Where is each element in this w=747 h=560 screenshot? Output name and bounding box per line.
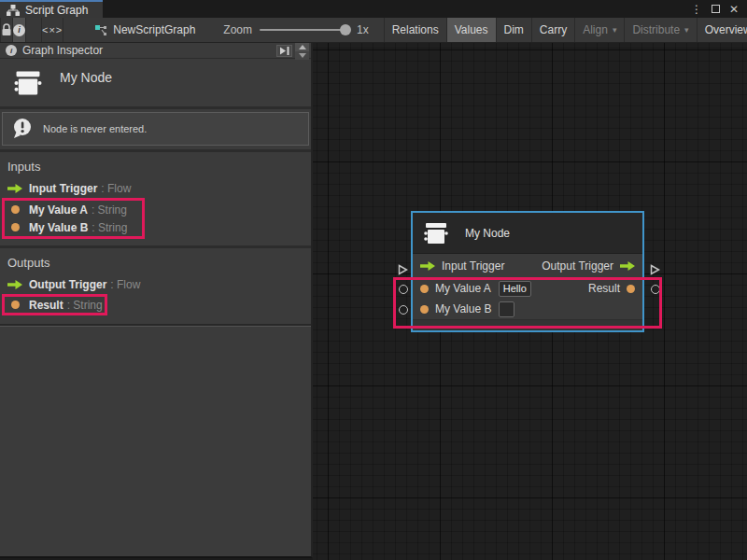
input-trigger-port[interactable]: Input Trigger xyxy=(420,259,504,273)
external-output-flow-port[interactable] xyxy=(649,264,660,275)
zoom-slider[interactable] xyxy=(260,29,349,31)
highlight-box-value-inputs: My Value A : String My Value B : String xyxy=(2,198,145,239)
dock-panel-button[interactable] xyxy=(276,45,292,57)
flow-port-icon xyxy=(620,261,635,271)
port-row-my-value-b[interactable]: My Value B : String xyxy=(5,218,142,236)
toolbar-button-align[interactable]: Align▾ xyxy=(574,18,624,42)
flow-port-icon xyxy=(420,261,435,271)
window-controls: ⋮ ✕ xyxy=(689,0,747,18)
info-icon: i xyxy=(13,24,25,36)
unit-node-icon xyxy=(12,69,44,97)
script-graph-window: Script Graph ⋮ ✕ i <×> NewScriptGraph Zo… xyxy=(0,0,747,560)
triangle-down-icon xyxy=(299,53,306,58)
chevron-down-icon: ▾ xyxy=(613,25,617,35)
toolbar-button-dim[interactable]: Dim xyxy=(496,18,531,42)
value-port-icon xyxy=(7,223,22,231)
toolbar-button-values[interactable]: Values xyxy=(446,18,496,42)
inputs-section: Inputs Input Trigger : Flow My Value A :… xyxy=(0,149,311,245)
toolbar-button-relations[interactable]: Relations xyxy=(384,18,446,42)
port-row-result[interactable]: Result : String xyxy=(5,297,105,313)
tab-script-graph[interactable]: Script Graph xyxy=(0,0,103,18)
port-row-output-trigger[interactable]: Output Trigger : Flow xyxy=(0,275,311,294)
toolbar-button-distribute[interactable]: Distribute▾ xyxy=(624,18,696,42)
dock-right-icon xyxy=(279,47,289,55)
graph-name-label: NewScriptGraph xyxy=(113,23,195,36)
node-header[interactable]: My Node xyxy=(413,213,642,254)
inspector-scroll-arrows xyxy=(295,43,309,60)
scroll-up-button[interactable] xyxy=(295,43,309,51)
toolbar-buttons: Relations Values Dim Carry Align▾ Distri… xyxy=(384,18,747,42)
graph-hierarchy-icon xyxy=(7,5,20,16)
flow-connector-icon xyxy=(397,264,408,275)
warning-text: Node is never entered. xyxy=(43,123,147,134)
toolbar-button-overview[interactable]: Overview xyxy=(697,18,747,42)
graph-canvas[interactable]: My Node Input Trigger Output Trigger My … xyxy=(313,43,747,560)
inspector-header: i Graph Inspector xyxy=(0,43,311,59)
tab-title: Script Graph xyxy=(25,4,88,17)
inspected-node-title: My Node xyxy=(60,70,112,97)
output-trigger-port[interactable]: Output Trigger xyxy=(542,259,635,273)
toolbar-button-carry[interactable]: Carry xyxy=(531,18,574,42)
info-icon: i xyxy=(6,45,17,56)
zoom-label: Zoom xyxy=(223,23,252,36)
highlight-box-node-values xyxy=(393,277,662,329)
outputs-section: Outputs Output Trigger : Flow Result : S… xyxy=(0,245,311,322)
edit-script-button[interactable]: <×> xyxy=(41,18,63,42)
warning-bubble-icon xyxy=(10,117,35,141)
inspected-node-header: My Node xyxy=(0,59,311,109)
flow-port-icon xyxy=(7,280,22,289)
node-trigger-row: Input Trigger Output Trigger xyxy=(413,254,642,278)
inputs-header: Inputs xyxy=(0,157,311,179)
lock-icon xyxy=(1,23,12,36)
port-row-my-value-a[interactable]: My Value A : String xyxy=(5,201,142,218)
graph-toolbar: i <×> NewScriptGraph Zoom 1x Relations V… xyxy=(0,18,747,43)
value-port-icon xyxy=(7,205,22,214)
outputs-header: Outputs xyxy=(0,253,311,275)
node-title: My Node xyxy=(465,227,510,240)
lock-button[interactable] xyxy=(0,18,13,42)
port-row-input-trigger[interactable]: Input Trigger : Flow xyxy=(0,179,311,198)
close-icon[interactable]: ✕ xyxy=(726,2,741,17)
zoom-control: Zoom 1x xyxy=(223,18,368,42)
script-graph-asset-icon xyxy=(95,24,107,35)
external-input-flow-port[interactable] xyxy=(397,264,408,275)
triangle-up-icon xyxy=(299,45,306,49)
inspector-toggle-button[interactable]: i xyxy=(13,18,26,42)
zoom-slider-handle[interactable] xyxy=(340,24,351,35)
chevron-down-icon: ▾ xyxy=(684,25,689,35)
flow-port-icon xyxy=(7,184,22,193)
kebab-menu-icon[interactable]: ⋮ xyxy=(689,2,704,17)
inspector-title: Graph Inspector xyxy=(22,44,103,57)
scroll-down-button[interactable] xyxy=(295,51,309,60)
flow-connector-icon xyxy=(649,264,660,275)
maximize-icon[interactable] xyxy=(708,2,723,17)
unit-node-icon xyxy=(422,221,450,245)
warning-box: Node is never entered. xyxy=(2,112,309,146)
zoom-value: 1x xyxy=(357,23,369,36)
highlight-box-result: Result : String xyxy=(2,294,107,315)
value-port-icon xyxy=(7,301,22,309)
graph-name-group[interactable]: NewScriptGraph xyxy=(95,18,195,42)
tab-bar: Script Graph ⋮ ✕ xyxy=(0,0,747,18)
section-divider xyxy=(0,324,311,327)
graph-inspector-panel: i Graph Inspector My Node Node is never … xyxy=(0,43,313,558)
